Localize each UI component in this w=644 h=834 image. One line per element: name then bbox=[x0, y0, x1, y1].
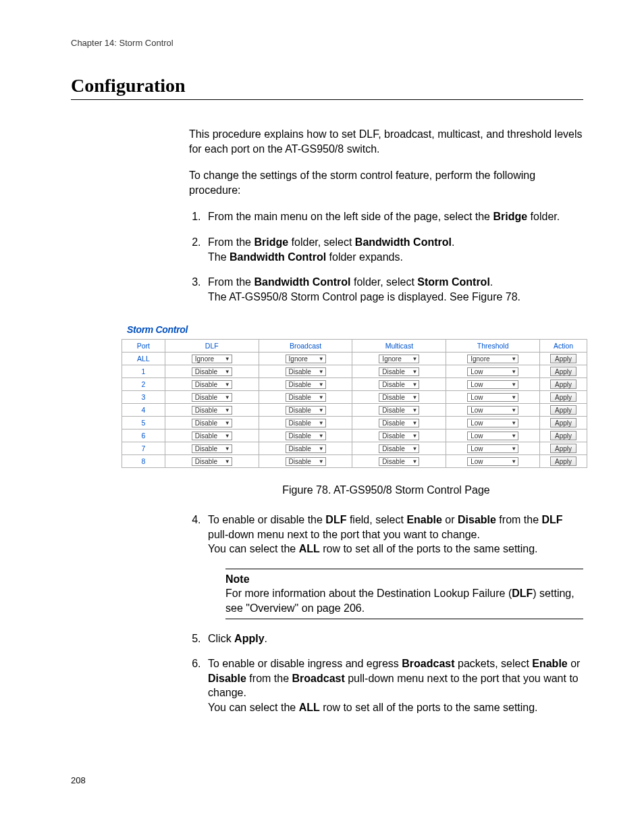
threshold-dropdown[interactable]: Low▼ bbox=[467, 419, 518, 427]
step-text: folder. bbox=[527, 211, 560, 222]
apply-button[interactable]: Apply bbox=[550, 418, 576, 427]
apply-button[interactable]: Apply bbox=[550, 380, 576, 389]
multicast-dropdown[interactable]: Disable▼ bbox=[379, 380, 419, 389]
apply-button[interactable]: Apply bbox=[550, 392, 576, 402]
dropdown-value: Low bbox=[471, 368, 483, 375]
threshold-cell: Low▼ bbox=[446, 378, 540, 391]
broadcast-dropdown[interactable]: Disable▼ bbox=[286, 457, 326, 466]
multicast-dropdown[interactable]: Disable▼ bbox=[379, 406, 419, 415]
threshold-cell: Low▼ bbox=[446, 442, 540, 455]
dlf-dropdown[interactable]: Disable▼ bbox=[192, 419, 232, 427]
dropdown-value: Ignore bbox=[195, 355, 214, 363]
broadcast-dropdown[interactable]: Disable▼ bbox=[286, 419, 326, 427]
dlf-dropdown[interactable]: Disable▼ bbox=[192, 393, 232, 402]
dropdown-value: Low bbox=[471, 445, 483, 452]
disable-bold: Disable bbox=[458, 514, 496, 525]
dropdown-value: Low bbox=[471, 432, 483, 440]
step-text: field, select bbox=[346, 514, 406, 525]
threshold-dropdown[interactable]: Low▼ bbox=[467, 367, 518, 376]
broadcast-dropdown[interactable]: Ignore▼ bbox=[286, 355, 326, 363]
intro-paragraph-2: To change the settings of the storm cont… bbox=[189, 168, 583, 197]
step-text: You can select the bbox=[208, 543, 299, 554]
broadcast-dropdown[interactable]: Disable▼ bbox=[286, 380, 326, 389]
chevron-down-icon: ▼ bbox=[511, 407, 516, 413]
broadcast-dropdown[interactable]: Disable▼ bbox=[286, 367, 326, 376]
threshold-dropdown[interactable]: Low▼ bbox=[467, 380, 518, 389]
enable-bold: Enable bbox=[532, 658, 567, 669]
dropdown-value: Disable bbox=[382, 368, 404, 375]
multicast-dropdown[interactable]: Disable▼ bbox=[379, 419, 419, 427]
port-cell: 7 bbox=[122, 442, 165, 455]
action-cell: Apply bbox=[540, 455, 587, 468]
step-6: To enable or disable ingress and egress … bbox=[204, 656, 583, 714]
action-cell: Apply bbox=[540, 404, 587, 417]
dlf-dropdown[interactable]: Disable▼ bbox=[192, 432, 232, 440]
chevron-down-icon: ▼ bbox=[412, 446, 417, 452]
dlf-dropdown[interactable]: Disable▼ bbox=[192, 380, 232, 389]
broadcast-cell: Disable▼ bbox=[259, 378, 352, 391]
chevron-down-icon: ▼ bbox=[225, 369, 230, 375]
dropdown-value: Low bbox=[471, 458, 483, 465]
step-text: To enable or disable the bbox=[208, 514, 325, 525]
threshold-dropdown[interactable]: Low▼ bbox=[467, 406, 518, 415]
intro-paragraph-1: This procedure explains how to set DLF, … bbox=[189, 127, 583, 156]
multicast-cell: Disable▼ bbox=[352, 417, 446, 429]
section-rule bbox=[71, 99, 583, 100]
chevron-down-icon: ▼ bbox=[511, 369, 516, 375]
note-text: For more information about the Destinati… bbox=[225, 586, 583, 615]
multicast-cell: Disable▼ bbox=[352, 455, 446, 468]
chevron-down-icon: ▼ bbox=[412, 407, 417, 413]
apply-button[interactable]: Apply bbox=[550, 431, 576, 440]
threshold-dropdown[interactable]: Low▼ bbox=[467, 393, 518, 402]
col-broadcast: Broadcast bbox=[259, 340, 352, 353]
storm-control-bold: Storm Control bbox=[417, 276, 490, 288]
broadcast-bold: Broadcast bbox=[292, 673, 345, 684]
dlf-dropdown[interactable]: Disable▼ bbox=[192, 457, 232, 466]
disable-bold: Disable bbox=[208, 673, 246, 684]
dropdown-value: Disable bbox=[195, 445, 217, 452]
broadcast-cell: Disable▼ bbox=[259, 417, 352, 429]
broadcast-dropdown[interactable]: Disable▼ bbox=[286, 393, 326, 402]
apply-button[interactable]: Apply bbox=[550, 405, 576, 415]
dropdown-value: Disable bbox=[289, 458, 311, 465]
content-body: This procedure explains how to set DLF, … bbox=[189, 127, 583, 304]
broadcast-dropdown[interactable]: Disable▼ bbox=[286, 432, 326, 440]
dlf-dropdown[interactable]: Disable▼ bbox=[192, 406, 232, 415]
dropdown-value: Disable bbox=[195, 394, 217, 401]
multicast-dropdown[interactable]: Disable▼ bbox=[379, 432, 419, 440]
threshold-dropdown[interactable]: Low▼ bbox=[467, 444, 518, 453]
broadcast-dropdown[interactable]: Disable▼ bbox=[286, 406, 326, 415]
threshold-dropdown[interactable]: Ignore▼ bbox=[467, 355, 518, 363]
chevron-down-icon: ▼ bbox=[319, 382, 324, 388]
step-text: row to set all of the ports to the same … bbox=[320, 543, 538, 554]
table-row: 8Disable▼Disable▼Disable▼Low▼Apply bbox=[122, 455, 587, 468]
threshold-dropdown[interactable]: Low▼ bbox=[467, 432, 518, 440]
bridge-bold: Bridge bbox=[493, 211, 527, 222]
figure-heading: Storm Control bbox=[127, 324, 583, 335]
step-text: packets, select bbox=[455, 658, 533, 669]
apply-button[interactable]: Apply bbox=[550, 444, 576, 453]
broadcast-bold: Broadcast bbox=[402, 658, 454, 669]
threshold-dropdown[interactable]: Low▼ bbox=[467, 457, 518, 466]
multicast-dropdown[interactable]: Disable▼ bbox=[379, 444, 419, 453]
chevron-down-icon: ▼ bbox=[319, 459, 324, 465]
step-text: row to set all of the ports to the same … bbox=[320, 702, 538, 713]
apply-button[interactable]: Apply bbox=[550, 457, 576, 466]
apply-button[interactable]: Apply bbox=[550, 354, 576, 363]
dlf-dropdown[interactable]: Disable▼ bbox=[192, 367, 232, 376]
dlf-dropdown[interactable]: Disable▼ bbox=[192, 444, 232, 453]
dlf-dropdown[interactable]: Ignore▼ bbox=[192, 355, 232, 363]
multicast-dropdown[interactable]: Ignore▼ bbox=[379, 355, 419, 363]
multicast-dropdown[interactable]: Disable▼ bbox=[379, 393, 419, 402]
dlf-cell: Disable▼ bbox=[165, 391, 259, 404]
step-text: From the bbox=[208, 276, 254, 288]
multicast-dropdown[interactable]: Disable▼ bbox=[379, 367, 419, 376]
dlf-cell: Disable▼ bbox=[165, 404, 259, 417]
apply-button[interactable]: Apply bbox=[550, 367, 576, 376]
multicast-dropdown[interactable]: Disable▼ bbox=[379, 457, 419, 466]
broadcast-dropdown[interactable]: Disable▼ bbox=[286, 444, 326, 453]
dropdown-value: Disable bbox=[195, 419, 217, 427]
broadcast-cell: Disable▼ bbox=[259, 391, 352, 404]
table-row: 2Disable▼Disable▼Disable▼Low▼Apply bbox=[122, 378, 587, 391]
step-text: . bbox=[452, 236, 454, 248]
